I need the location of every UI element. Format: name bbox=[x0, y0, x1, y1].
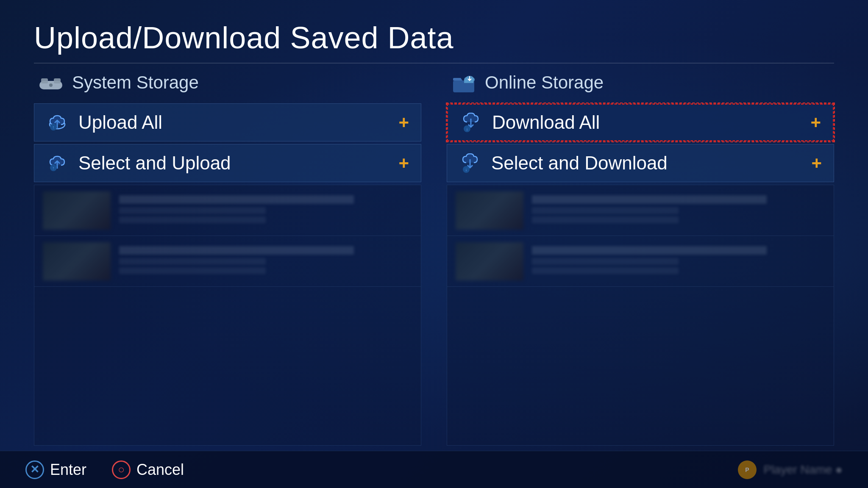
select-download-icon: ↓ bbox=[459, 152, 481, 174]
upload-all-plus: + bbox=[398, 112, 409, 133]
game-title bbox=[119, 195, 354, 204]
download-all-label: Download All bbox=[492, 112, 600, 133]
svg-text:↓: ↓ bbox=[465, 167, 467, 172]
select-download-button[interactable]: ↓ Select and Download + bbox=[447, 144, 834, 182]
system-storage-column: System Storage ↑ bbox=[34, 72, 421, 446]
game-meta-2 bbox=[532, 216, 679, 223]
game-meta-2 bbox=[119, 267, 266, 274]
bottom-bar: ✕ Enter ○ Cancel P Player Name ● bbox=[0, 451, 868, 488]
upload-all-label: Upload All bbox=[78, 112, 162, 133]
system-storage-icon bbox=[38, 72, 64, 93]
game-meta-2 bbox=[119, 216, 266, 223]
upload-icon: ↑ bbox=[47, 113, 68, 132]
enter-action[interactable]: ✕ Enter bbox=[25, 460, 86, 479]
system-game-list bbox=[34, 185, 421, 446]
game-info bbox=[532, 195, 825, 226]
svg-text:↓: ↓ bbox=[466, 127, 468, 131]
svg-text:↑: ↑ bbox=[53, 166, 55, 170]
game-thumbnail bbox=[456, 242, 523, 280]
select-download-label: Select and Download bbox=[491, 152, 668, 174]
game-meta-2 bbox=[532, 267, 679, 274]
game-thumbnail bbox=[43, 191, 111, 230]
select-download-icon-svg: ↓ bbox=[459, 153, 481, 173]
x-button-icon: ✕ bbox=[25, 460, 44, 479]
online-storage-label: Online Storage bbox=[485, 72, 604, 93]
game-title bbox=[532, 195, 767, 204]
cancel-action[interactable]: ○ Cancel bbox=[112, 460, 184, 479]
svg-rect-1 bbox=[41, 78, 48, 83]
svg-rect-5 bbox=[49, 81, 50, 83]
main-content: System Storage ↑ bbox=[34, 72, 834, 446]
game-title bbox=[119, 246, 354, 255]
select-upload-label: Select and Upload bbox=[78, 152, 231, 174]
download-all-btn-left: ↓ Download All bbox=[460, 111, 600, 133]
select-upload-button[interactable]: ↑ Select and Upload + bbox=[34, 144, 421, 182]
upload-all-button[interactable]: ↑ Upload All + bbox=[34, 103, 421, 141]
download-all-plus: + bbox=[810, 112, 821, 133]
online-game-list bbox=[447, 185, 834, 446]
game-meta-1 bbox=[532, 258, 679, 265]
page-title: Upload/Download Saved Data bbox=[34, 20, 454, 55]
select-download-plus: + bbox=[811, 153, 822, 173]
enter-label: Enter bbox=[50, 461, 86, 479]
game-info bbox=[119, 246, 412, 277]
system-storage-label: System Storage bbox=[72, 72, 199, 93]
select-download-btn-left: ↓ Select and Download bbox=[459, 152, 668, 174]
online-storage-header: Online Storage bbox=[447, 72, 834, 93]
ps-icon: P bbox=[738, 460, 757, 479]
table-row[interactable] bbox=[34, 236, 421, 287]
svg-rect-4 bbox=[49, 82, 53, 83]
cloud-folder-icon bbox=[451, 72, 476, 93]
select-upload-icon: ↑ bbox=[46, 152, 68, 174]
psn-icon: P bbox=[741, 464, 753, 476]
select-upload-plus: + bbox=[398, 153, 409, 173]
upload-all-icon: ↑ bbox=[46, 111, 68, 133]
table-row[interactable] bbox=[447, 185, 834, 236]
user-info: Player Name ● bbox=[763, 463, 843, 477]
circle-button-icon: ○ bbox=[112, 460, 131, 479]
game-thumbnail bbox=[456, 191, 523, 230]
select-upload-icon-svg: ↑ bbox=[47, 153, 68, 173]
game-meta-1 bbox=[532, 207, 679, 214]
game-meta-1 bbox=[119, 207, 266, 214]
game-info bbox=[119, 195, 412, 226]
bottom-right-info: P Player Name ● bbox=[738, 460, 843, 479]
svg-point-3 bbox=[49, 83, 53, 87]
download-icon: ↓ bbox=[460, 113, 481, 132]
download-all-button[interactable]: ↓ Download All + bbox=[447, 103, 834, 141]
hdd-icon bbox=[39, 73, 63, 92]
game-info bbox=[532, 246, 825, 277]
online-storage-column: Online Storage ↓ Download All + bbox=[447, 72, 834, 446]
select-upload-btn-left: ↑ Select and Upload bbox=[46, 152, 231, 174]
svg-text:P: P bbox=[746, 466, 749, 473]
online-storage-icon bbox=[451, 72, 476, 93]
svg-text:↑: ↑ bbox=[53, 125, 55, 130]
title-divider bbox=[34, 63, 834, 64]
cancel-label: Cancel bbox=[136, 461, 184, 479]
game-title bbox=[532, 246, 767, 255]
download-all-icon: ↓ bbox=[460, 111, 482, 133]
game-meta-1 bbox=[119, 258, 266, 265]
table-row[interactable] bbox=[34, 185, 421, 236]
game-thumbnail bbox=[43, 242, 111, 280]
upload-all-btn-left: ↑ Upload All bbox=[46, 111, 162, 133]
svg-rect-2 bbox=[54, 78, 61, 83]
table-row[interactable] bbox=[447, 236, 834, 287]
system-storage-header: System Storage bbox=[34, 72, 421, 93]
